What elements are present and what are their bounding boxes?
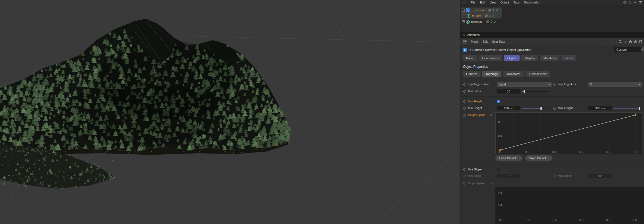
- search-icon[interactable]: [623, 1, 627, 4]
- max-height-input[interactable]: 300 cm: [588, 106, 612, 110]
- y-tick: 0.8: [498, 191, 502, 194]
- menu-tags[interactable]: Tags: [513, 1, 520, 4]
- home-icon[interactable]: [628, 1, 632, 4]
- key-diamond-icon[interactable]: [463, 90, 466, 93]
- tab-modifiers[interactable]: Modifiers: [540, 55, 559, 61]
- menu-view[interactable]: View: [490, 1, 496, 4]
- expand-icon[interactable]: +: [462, 20, 465, 23]
- expand-arrow-icon[interactable]: >: [490, 182, 492, 185]
- visibility-dots[interactable]: [489, 14, 490, 17]
- enabled-check-icon[interactable]: ✓: [496, 8, 498, 12]
- tab-display[interactable]: Display: [521, 55, 538, 61]
- up-arrow-icon[interactable]: ↑: [615, 40, 617, 43]
- menu-edit[interactable]: Edit: [483, 40, 488, 43]
- key-diamond-icon[interactable]: [553, 107, 556, 110]
- layer-chip-icon[interactable]: [488, 9, 491, 12]
- enabled-check-icon[interactable]: ✓: [492, 14, 495, 18]
- tab-coordinates[interactable]: Coordinates: [479, 55, 502, 61]
- preset-button-row: Load Preset... Save Preset...: [495, 155, 552, 161]
- undock-icon[interactable]: [639, 40, 642, 43]
- layer-chip-icon[interactable]: [485, 14, 488, 17]
- close-icon[interactable]: ✕: [463, 33, 465, 36]
- object-header-title: X-Particles Surface Scatter Object [xpSc…: [469, 48, 532, 51]
- subtab-general[interactable]: General: [463, 71, 481, 77]
- preset-dropdown-arrow[interactable]: ▼: [641, 47, 644, 52]
- key-diamond-icon: [553, 174, 556, 177]
- collapse-icon[interactable]: −: [462, 9, 465, 12]
- key-diamond-icon[interactable]: [463, 114, 466, 117]
- x-tick: 0.2: [526, 218, 530, 222]
- use-slope-checkbox[interactable]: [497, 168, 500, 171]
- menu-file[interactable]: File: [471, 1, 475, 4]
- enabled-check-icon[interactable]: ✓: [494, 20, 497, 24]
- hierarchy-branch: [463, 13, 466, 16]
- key-diamond-icon[interactable]: [463, 83, 466, 86]
- key-diamond-icon[interactable]: [463, 100, 466, 103]
- field-label: Slope Spline: [468, 182, 485, 185]
- visibility-dots[interactable]: [491, 20, 492, 23]
- filter-icon[interactable]: [624, 40, 627, 43]
- hamburger-icon[interactable]: [463, 40, 467, 43]
- subtab-field-of-view[interactable]: Field of View: [525, 71, 550, 77]
- undock-icon[interactable]: [638, 1, 642, 4]
- subtab-topology[interactable]: Topology: [482, 71, 501, 77]
- key-diamond-icon[interactable]: [463, 107, 466, 110]
- menu-edit[interactable]: Edit: [480, 1, 485, 4]
- 3d-viewport[interactable]: [0, 0, 460, 224]
- height-spline-graph[interactable]: 0.8 0.4 0.0 0.2 0.4 0.6 0.8 1.0: [495, 113, 642, 154]
- hamburger-icon[interactable]: [463, 1, 466, 4]
- plant-icon: [467, 14, 471, 18]
- expand-arrow-icon[interactable]: >: [490, 113, 492, 117]
- topology-axis-dropdown[interactable]: Y▼: [588, 82, 642, 87]
- min-height-input[interactable]: 150 cm: [497, 106, 520, 110]
- row-slope-spline: Slope Spline >: [460, 181, 644, 186]
- dropdown-value: Local: [499, 83, 506, 86]
- object-label[interactable]: tfTerrain: [471, 20, 482, 23]
- max-tries-input[interactable]: 10: [497, 89, 520, 94]
- key-diamond-icon: [463, 182, 466, 185]
- menu-bookmarks[interactable]: Bookmarks: [524, 1, 539, 4]
- max-tries-slider[interactable]: [522, 90, 550, 93]
- min-height-slider[interactable]: [522, 107, 550, 110]
- key-diamond-icon[interactable]: [553, 83, 556, 86]
- forward-arrow-icon[interactable]: →: [611, 40, 614, 43]
- menu-object[interactable]: Object: [500, 1, 509, 4]
- object-row-toplant[interactable]: toPlant ✓: [460, 13, 495, 18]
- filter-icon[interactable]: [633, 1, 637, 4]
- key-diamond-icon[interactable]: [463, 168, 466, 171]
- xparticles-scatter-icon: [463, 48, 467, 52]
- sub-tabs: General Topology Transform Field of View: [463, 71, 644, 77]
- layer-chip-icon[interactable]: [486, 20, 489, 23]
- back-arrow-icon[interactable]: ←: [606, 40, 609, 43]
- row-max-tries: Max Tries 10: [460, 89, 644, 94]
- menu-mode[interactable]: Mode: [471, 40, 478, 43]
- tab-object[interactable]: Object: [504, 55, 520, 61]
- use-height-checkbox[interactable]: ✓: [497, 100, 500, 103]
- x-tick: 0.4: [552, 150, 556, 154]
- visibility-dots[interactable]: [493, 9, 494, 12]
- object-row-xpscatter[interactable]: − xpScatter ✓: [460, 8, 498, 13]
- load-preset-button[interactable]: Load Preset...: [495, 155, 523, 161]
- preset-dropdown[interactable]: Custom: [614, 47, 641, 52]
- x-tick: 0.4: [552, 218, 557, 222]
- x-tick: 0.0: [498, 150, 502, 154]
- save-preset-button[interactable]: Save Preset...: [525, 155, 552, 161]
- topology-space-dropdown[interactable]: Local▼: [497, 82, 552, 87]
- object-manager: − xpScatter ✓ toPlant ✓ + tfTer: [460, 5, 644, 32]
- tab-fields[interactable]: Fields: [561, 55, 576, 61]
- object-row-tfterrain[interactable]: + tfTerrain ✓: [460, 19, 497, 24]
- max-height-slider[interactable]: [613, 107, 642, 110]
- subtab-transform[interactable]: Transform: [503, 71, 524, 77]
- x-tick: 0.6: [579, 150, 583, 154]
- spline-point-end[interactable]: [635, 114, 637, 116]
- field-label: Use Slope: [468, 168, 482, 171]
- menu-user-data[interactable]: User Data: [492, 40, 505, 43]
- x-tick: 0.8: [606, 150, 610, 154]
- object-label[interactable]: xpScatter: [473, 9, 486, 12]
- lock-icon[interactable]: [629, 40, 632, 43]
- tab-basic[interactable]: Basic: [463, 55, 477, 61]
- search-icon[interactable]: [619, 40, 622, 43]
- max-slope-input: 90 °: [588, 174, 612, 178]
- object-label[interactable]: toPlant: [472, 14, 481, 17]
- track-circle-icon[interactable]: [634, 40, 637, 43]
